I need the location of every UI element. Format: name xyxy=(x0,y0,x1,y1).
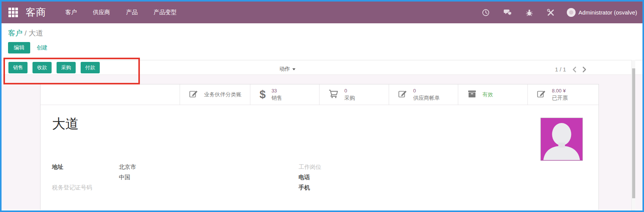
mobile-label: 手机 xyxy=(298,184,365,191)
tools-icon[interactable] xyxy=(547,9,555,16)
main-menu: 客户 供应商 产品 产品变型 xyxy=(65,9,177,16)
control-panel: 客户 / 大道 编辑 创建 动作 1 / 1 xyxy=(2,23,642,60)
stat-value: 33 xyxy=(271,88,282,94)
vendor-bills-stat-button[interactable]: 0 供应商帐单 xyxy=(389,84,458,105)
navbar-right: Administrator (osvalve) xyxy=(468,8,637,17)
user-menu[interactable]: Administrator (osvalve) xyxy=(567,8,637,17)
stat-label: 采购 xyxy=(344,94,355,101)
stat-label: 供应商帐单 xyxy=(413,94,440,101)
stat-label: 销售 xyxy=(271,94,282,101)
actions-dropdown[interactable]: 动作 xyxy=(279,66,295,73)
form-sheet: 业务伙伴分类账 $ 33 销售 0 采购 xyxy=(40,84,599,210)
edit-document-icon xyxy=(398,90,407,100)
messages-icon[interactable] xyxy=(503,9,512,16)
address-country-value: 中国 xyxy=(119,174,130,181)
vertical-scrollbar[interactable] xyxy=(631,60,635,210)
stat-button-row: 业务伙伴分类账 $ 33 销售 0 采购 xyxy=(41,84,599,105)
address-field-row: 地址 北京市 xyxy=(52,163,298,174)
menu-item-products[interactable]: 产品 xyxy=(126,9,138,16)
partner-ledger-stat-button[interactable]: 业务伙伴分类账 xyxy=(180,84,250,105)
purchases-stat-button[interactable]: 0 采购 xyxy=(319,84,389,105)
receive-payment-button[interactable]: 收款 xyxy=(32,62,52,73)
breadcrumb-parent[interactable]: 客户 xyxy=(8,29,23,37)
create-button[interactable]: 创建 xyxy=(37,44,47,51)
control-panel-buttons: 编辑 创建 xyxy=(8,42,642,53)
left-field-column: 地址 北京市 中国 税务登记证号码 xyxy=(52,163,298,194)
job-position-field-row: 工作岗位 xyxy=(298,163,365,174)
chevron-down-icon xyxy=(292,68,295,70)
clock-icon[interactable] xyxy=(482,9,490,16)
stat-label: 已开票 xyxy=(552,94,568,101)
edit-document-icon xyxy=(537,90,546,100)
pager-next-icon[interactable] xyxy=(582,66,587,73)
edit-document-icon xyxy=(189,90,198,100)
partner-name-title: 大道 xyxy=(52,115,599,133)
bug-icon[interactable] xyxy=(526,9,533,16)
cart-icon xyxy=(329,89,339,100)
stat-empty-cell xyxy=(41,84,180,105)
apps-grid-icon[interactable] xyxy=(8,8,18,17)
stat-value: 0 xyxy=(413,88,440,94)
active-stat-button[interactable]: 有效 xyxy=(458,84,527,105)
app-name[interactable]: 客商 xyxy=(26,6,46,19)
pager: 1 / 1 xyxy=(555,66,587,73)
stat-value: 8.00 ¥ xyxy=(552,88,568,94)
breadcrumb-current: 大道 xyxy=(29,29,43,37)
stat-value: 0 xyxy=(344,88,355,94)
mobile-field-row: 手机 xyxy=(298,184,365,194)
archive-box-icon xyxy=(467,90,477,100)
breadcrumb: 客户 / 大道 xyxy=(2,23,642,38)
tax-id-label: 税务登记证号码 xyxy=(52,184,119,191)
top-navbar: 客商 客户 供应商 产品 产品变型 Administrator (osvalve… xyxy=(2,2,642,23)
purchase-button[interactable]: 采购 xyxy=(57,62,76,73)
breadcrumb-separator: / xyxy=(24,29,26,37)
address-country-row: 中国 xyxy=(52,174,298,184)
field-grid: 地址 北京市 中国 税务登记证号码 工作岗位 xyxy=(52,163,591,194)
scrollbar-thumb[interactable] xyxy=(632,68,635,198)
job-position-label: 工作岗位 xyxy=(298,163,365,171)
menu-item-vendors[interactable]: 供应商 xyxy=(93,9,110,16)
user-name: Administrator (osvalve) xyxy=(579,9,637,16)
user-avatar xyxy=(567,8,576,17)
menu-item-customers[interactable]: 客户 xyxy=(65,9,77,16)
stat-label: 业务伙伴分类账 xyxy=(204,91,242,98)
edit-button[interactable]: 编辑 xyxy=(8,42,30,53)
stat-label: 有效 xyxy=(482,91,493,98)
phone-label: 电话 xyxy=(298,174,365,181)
address-city-value: 北京市 xyxy=(119,163,136,171)
smart-button-strip: 销售 收款 采购 付款 xyxy=(2,60,642,75)
person-silhouette-icon xyxy=(541,118,582,160)
tax-id-field-row: 税务登记证号码 xyxy=(52,184,298,194)
content-area: 业务伙伴分类账 $ 33 销售 0 采购 xyxy=(2,75,642,210)
right-field-column: 工作岗位 电话 手机 xyxy=(298,163,365,194)
actions-label: 动作 xyxy=(279,66,290,72)
sales-stat-button[interactable]: $ 33 销售 xyxy=(250,84,319,105)
phone-field-row: 电话 xyxy=(298,174,365,184)
menu-item-product-variants[interactable]: 产品变型 xyxy=(154,9,177,16)
partner-image[interactable] xyxy=(540,118,583,161)
pager-previous-icon[interactable] xyxy=(572,66,576,73)
dollar-icon: $ xyxy=(260,89,266,100)
app-window: 客商 客户 供应商 产品 产品变型 Administrator (osvalve… xyxy=(0,0,644,212)
address-label: 地址 xyxy=(52,163,119,171)
sales-button[interactable]: 销售 xyxy=(8,62,28,73)
invoiced-stat-button[interactable]: 8.00 ¥ 已开票 xyxy=(527,84,599,105)
pay-button[interactable]: 付款 xyxy=(81,62,100,73)
pager-value: 1 / 1 xyxy=(555,66,566,73)
